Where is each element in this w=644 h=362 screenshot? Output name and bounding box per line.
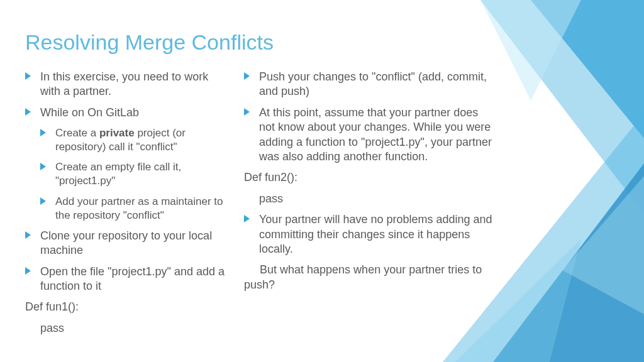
question-text: But what happens when your partner tries… <box>244 263 496 292</box>
left-column: In this exercise, you need to work with … <box>25 70 226 342</box>
list-item-sub: Add your partner as a maintainer to the … <box>40 195 226 222</box>
code-line: pass <box>25 321 226 336</box>
list-item: While on On GitLab <box>25 106 226 120</box>
list-item: At this point, assume that your partner … <box>244 106 496 165</box>
item-text: Push your changes to "conflict" (add, co… <box>259 70 487 97</box>
item-text-bold: private <box>99 127 135 139</box>
item-text: While on On GitLab <box>40 106 139 119</box>
list-item-sub: Create a private project (or repository)… <box>40 126 226 154</box>
item-text: Open the file "project1.py" and add a fu… <box>40 265 225 292</box>
item-text: Add your partner as a maintainer to the … <box>55 195 223 221</box>
list-item: Push your changes to "conflict" (add, co… <box>244 70 496 99</box>
item-text: In this exercise, you need to work with … <box>40 70 208 97</box>
triangle-bullet-icon <box>25 231 31 239</box>
list-item: Open the file "project1.py" and add a fu… <box>25 265 226 294</box>
code-line: Def fun1(): <box>25 300 226 314</box>
triangle-bullet-icon <box>40 129 46 136</box>
triangle-bullet-icon <box>25 108 31 116</box>
list-item: Clone your repository to your local mach… <box>25 229 226 258</box>
item-text: Your partner will have no problems addin… <box>259 213 492 255</box>
item-text: At this point, assume that your partner … <box>259 106 492 163</box>
triangle-bullet-icon <box>40 197 46 205</box>
triangle-bullet-icon <box>40 163 46 170</box>
triangle-bullet-icon <box>244 72 250 80</box>
item-text: Clone your repository to your local mach… <box>40 229 212 256</box>
list-item: Your partner will have no problems addin… <box>244 212 496 256</box>
two-column-layout: In this exercise, you need to work with … <box>25 70 619 342</box>
right-column: Push your changes to "conflict" (add, co… <box>244 70 496 342</box>
list-item-sub: Create an empty file call it, "project1.… <box>40 160 226 188</box>
item-text-pre: Create a <box>55 127 99 139</box>
code-line: Def fun2(): <box>244 170 496 185</box>
triangle-bullet-icon <box>244 108 250 116</box>
item-text: Create an empty file call it, "project1.… <box>55 161 181 187</box>
slide-title: Resolving Merge Conflicts <box>25 30 619 55</box>
triangle-bullet-icon <box>25 267 31 275</box>
triangle-bullet-icon <box>25 72 31 80</box>
triangle-bullet-icon <box>244 215 250 222</box>
list-item: In this exercise, you need to work with … <box>25 70 226 99</box>
code-line: pass <box>244 192 496 206</box>
